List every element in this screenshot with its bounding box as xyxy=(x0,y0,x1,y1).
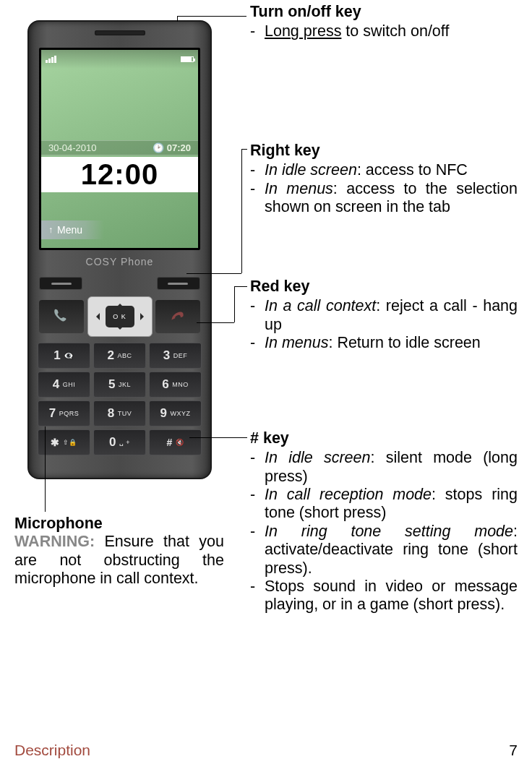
dpad: O K xyxy=(87,296,153,337)
battery-icon xyxy=(181,56,194,62)
hash-key-title: # key xyxy=(250,429,518,447)
microphone-section: Microphone WARNING: Ensure that you are … xyxy=(14,515,224,588)
left-soft-key xyxy=(39,277,82,290)
red-key-title: Red key xyxy=(250,278,518,296)
alarm-icon: 🕑 xyxy=(153,142,164,153)
ok-button: O K xyxy=(106,306,134,327)
key-0: 0␣ + xyxy=(93,429,146,455)
key-6: 6MNO xyxy=(149,372,202,398)
turn-on-off-title: Turn on/off key xyxy=(250,3,518,21)
key-4: 4GHI xyxy=(38,372,90,398)
footer-section: Description xyxy=(14,742,90,759)
key-2: 2ABC xyxy=(93,343,146,369)
microphone-title: Microphone xyxy=(14,515,224,533)
page-footer: Description 7 xyxy=(14,742,518,759)
status-time: 07:20 xyxy=(167,142,191,153)
key-9: 9WXYZ xyxy=(149,400,202,426)
speaker-slot xyxy=(95,30,145,35)
signal-icon xyxy=(46,56,56,63)
keypad: 1👁‍🗨 2ABC 3DEF 4GHI 5JKL 6MNO 7PQRS 8TUV… xyxy=(38,343,202,455)
key-7: 7PQRS xyxy=(38,400,90,426)
turn-on-off-section: Turn on/off key -Long press to switch on… xyxy=(250,3,518,41)
turn-on-off-item-1: Long press to switch on/off xyxy=(265,22,518,40)
hang-up-key xyxy=(155,300,200,333)
phone-illustration: 30-04-2010 🕑 07:20 12:00 Menu COSY Phone… xyxy=(27,20,212,479)
key-3: 3DEF xyxy=(149,343,202,369)
key-hash: #🔇 xyxy=(149,429,202,455)
key-5: 5JKL xyxy=(93,372,146,398)
right-soft-key xyxy=(157,277,200,290)
menu-tab: Menu xyxy=(41,220,104,239)
footer-page-number: 7 xyxy=(509,742,518,759)
call-key xyxy=(39,300,84,333)
key-1: 1👁‍🗨 xyxy=(38,343,90,369)
phone-brand: COSY Phone xyxy=(29,256,210,267)
home-clock: 12:00 xyxy=(41,157,198,192)
menu-tab-label: Menu xyxy=(57,224,82,236)
red-key-section: Red key -In a call context: reject a cal… xyxy=(250,278,518,352)
key-8: 8TUV xyxy=(93,400,146,426)
right-key-section: Right key -In idle screen: access to NFC… xyxy=(250,142,518,216)
hash-key-section: # key -In idle screen: silent mode (long… xyxy=(250,429,518,614)
phone-screen: 30-04-2010 🕑 07:20 12:00 Menu xyxy=(39,48,200,250)
right-key-title: Right key xyxy=(250,142,518,160)
status-date: 30-04-2010 xyxy=(48,142,97,153)
warning-label: WARNING: xyxy=(14,533,95,550)
